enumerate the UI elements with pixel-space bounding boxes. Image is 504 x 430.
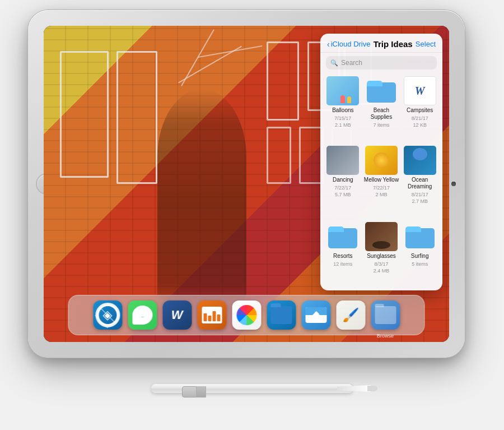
file-item-surfing[interactable]: Surfing 5 items bbox=[402, 222, 438, 287]
file-item-dancing[interactable]: Dancing 7/22/175.7 MB bbox=[325, 146, 361, 218]
ipad-screen: ‹ iCloud Drive Trip Ideas Select 🔍 Searc… bbox=[44, 26, 449, 342]
panel-back-button[interactable]: ‹ iCloud Drive bbox=[327, 40, 370, 49]
file-item-mellow-yellow[interactable]: Mellow Yellow 7/22/172 MB bbox=[363, 146, 400, 218]
thumb-sunglasses bbox=[365, 222, 398, 251]
file-item-balloons[interactable]: Balloons 7/15/172.1 MB bbox=[325, 76, 361, 141]
thumb-mellow-yellow bbox=[365, 146, 398, 175]
file-item-resorts[interactable]: Resorts 12 items bbox=[325, 222, 361, 287]
thumb-surfing bbox=[404, 222, 436, 251]
scene: ‹ iCloud Drive Trip Ideas Select 🔍 Searc… bbox=[0, 0, 504, 430]
word-icon: W bbox=[171, 308, 183, 322]
search-bar[interactable]: 🔍 Search bbox=[326, 56, 437, 70]
file-name-surfing: Surfing bbox=[411, 253, 429, 260]
dock: W bbox=[68, 295, 424, 335]
file-name-sunglasses: Sunglasses bbox=[367, 253, 396, 260]
thumb-balloons bbox=[326, 76, 359, 105]
dock-app-messages[interactable] bbox=[128, 300, 157, 330]
panel-title: Trip Ideas bbox=[370, 39, 415, 49]
file-name-campsites: Campsites bbox=[407, 107, 433, 114]
messages-icon bbox=[132, 306, 152, 325]
panel-header: ‹ iCloud Drive Trip Ideas Select bbox=[320, 34, 442, 53]
select-button[interactable]: Select bbox=[416, 40, 436, 48]
file-grid: Balloons 7/15/172.1 MB Beach Supplies 7 … bbox=[320, 73, 442, 290]
browse-label: Browse bbox=[377, 333, 394, 339]
dock-app-word[interactable]: W bbox=[162, 300, 192, 330]
file-item-beach-supplies[interactable]: Beach Supplies 7 items bbox=[363, 76, 400, 141]
apple-pencil bbox=[118, 381, 386, 396]
file-name-resorts: Resorts bbox=[333, 253, 352, 260]
file-meta-balloons: 7/15/172.1 MB bbox=[334, 115, 351, 128]
file-meta-resorts: 12 items bbox=[333, 261, 352, 268]
file-meta-ocean-dreaming: 8/21/172.7 MB bbox=[412, 192, 428, 205]
safari-icon bbox=[97, 304, 118, 326]
photos-icon bbox=[236, 305, 256, 325]
thumb-resorts bbox=[326, 222, 359, 251]
file-item-ocean-dreaming[interactable]: Ocean Dreaming 8/21/172.7 MB bbox=[402, 146, 438, 218]
notes-icon: 🖌️ bbox=[342, 307, 359, 323]
pencil-body bbox=[151, 384, 353, 393]
dock-app-photos[interactable] bbox=[232, 300, 261, 330]
file-meta-dancing: 7/22/175.7 MB bbox=[334, 185, 351, 198]
file-meta-campsites: 8/21/1712 KB bbox=[412, 115, 428, 128]
browse-icon bbox=[375, 306, 396, 324]
ipad-frame: ‹ iCloud Drive Trip Ideas Select 🔍 Searc… bbox=[28, 10, 465, 358]
file-meta-surfing: 5 items bbox=[412, 261, 428, 268]
file-name-dancing: Dancing bbox=[333, 177, 353, 183]
keynote-icon bbox=[202, 307, 222, 323]
file-item-campsites[interactable]: W Campsites 8/21/1712 KB bbox=[402, 76, 438, 141]
dock-app-notes[interactable]: 🖌️ bbox=[336, 300, 365, 330]
thumb-dancing bbox=[326, 146, 359, 175]
file-name-mellow-yellow: Mellow Yellow bbox=[364, 177, 399, 183]
pencil-end bbox=[367, 386, 377, 391]
pencil-cap bbox=[182, 386, 198, 397]
file-name-balloons: Balloons bbox=[332, 107, 353, 114]
file-meta-sunglasses: 8/3/172.4 MB bbox=[374, 261, 390, 274]
file-name-ocean-dreaming: Ocean Dreaming bbox=[402, 177, 438, 190]
search-placeholder: Search bbox=[341, 59, 362, 67]
dock-app-keynote[interactable] bbox=[197, 300, 226, 330]
pencil-band bbox=[196, 386, 206, 397]
thumb-ocean-dreaming bbox=[404, 146, 436, 175]
dock-app-files[interactable] bbox=[267, 300, 296, 330]
dock-app-browse[interactable]: Browse bbox=[371, 300, 400, 330]
dock-app-mail[interactable] bbox=[301, 300, 330, 330]
camera-dot bbox=[451, 182, 456, 186]
thumb-beach-supplies bbox=[365, 76, 398, 105]
thumb-campsites: W bbox=[404, 76, 436, 105]
icloud-panel: ‹ iCloud Drive Trip Ideas Select 🔍 Searc… bbox=[320, 34, 442, 290]
file-item-sunglasses[interactable]: Sunglasses 8/3/172.4 MB bbox=[363, 222, 400, 287]
file-meta-mellow-yellow: 7/22/172 MB bbox=[373, 185, 390, 198]
file-name-beach-supplies: Beach Supplies bbox=[363, 107, 400, 121]
search-icon: 🔍 bbox=[330, 59, 338, 67]
mail-icon bbox=[305, 307, 326, 323]
back-chevron-icon: ‹ bbox=[327, 40, 330, 49]
dock-app-safari[interactable] bbox=[93, 300, 122, 330]
files-icon bbox=[270, 306, 292, 324]
file-meta-beach-supplies: 7 items bbox=[373, 122, 389, 129]
back-label: iCloud Drive bbox=[331, 40, 371, 48]
